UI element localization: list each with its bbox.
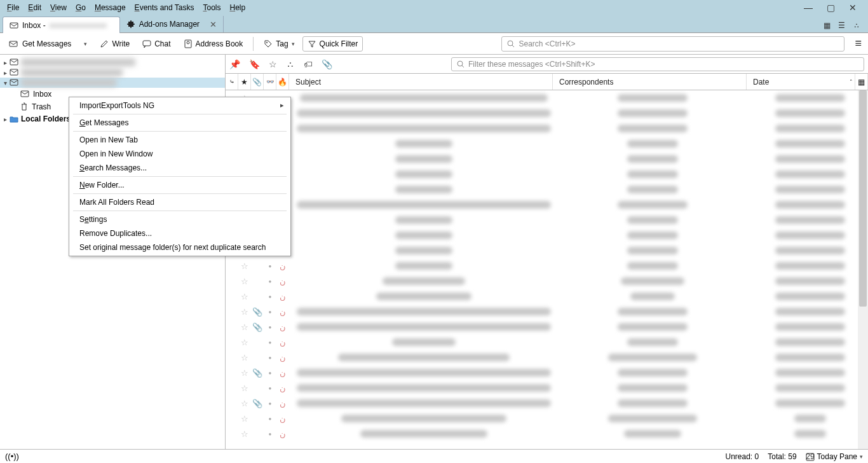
junk-icon: ن [276,338,289,347]
star-icon[interactable]: ☆ [238,261,251,271]
ctx-remove-duplicates[interactable]: Remove Duplicates... [71,226,289,240]
junk-icon: ن [276,292,289,301]
calendar-icon[interactable]: ▦ [824,21,831,30]
star-icon[interactable]: ☆ [238,429,251,439]
account-row-selected[interactable]: ▾ [0,78,225,88]
message-row[interactable]: ☆●ن [226,273,868,289]
star-icon[interactable]: ☆ [238,277,251,286]
message-scrollbar[interactable] [858,90,868,449]
quick-filter-button[interactable]: Quick Filter [302,36,363,52]
close-button[interactable]: ✕ [849,3,857,13]
ctx-open-new-tab[interactable]: Open in New Tab [71,133,289,147]
menu-tools[interactable]: Tools [198,1,225,14]
message-row[interactable]: ☆●ن [226,197,868,212]
menu-edit[interactable]: Edit [24,1,46,14]
tab-inbox[interactable]: Inbox - xxxxxxxxxxxxxxx [3,17,120,33]
ctx-new-folder[interactable]: New Folder... [71,178,289,192]
tag-button[interactable]: Tag ▾ [259,36,299,52]
scrollbar-thumb[interactable] [859,90,867,307]
message-filter-input[interactable]: Filter these messages <Ctrl+Shift+K> [451,57,864,71]
attachment-filter-icon[interactable]: 📎 [322,59,332,69]
star-icon[interactable]: ☆ [238,307,251,317]
svg-rect-2 [143,41,151,46]
col-junk[interactable]: 🔥 [276,74,289,90]
message-row[interactable]: ☆📎●ن [226,396,868,411]
star-icon[interactable]: ☆ [238,338,251,347]
message-row[interactable]: ☆●ن [226,106,868,121]
message-row[interactable]: ☆●ن [226,212,868,228]
message-list[interactable]: ☆●ن☆●ن☆●ن☆●ن☆●ن☆●ن☆●ن☆●ن☆●ن☆●ن☆●ن☆●ن☆●ن☆… [226,90,868,449]
star-icon[interactable]: ☆ [238,322,251,332]
today-pane-button[interactable]: 29 Today Pane ▾ [806,452,863,461]
col-correspondents[interactable]: Correspondents [553,74,747,90]
ctx-search-messages[interactable]: Search Messages... [71,161,289,175]
message-row[interactable]: ☆●ن [226,167,868,182]
col-date[interactable]: Date˄ [747,74,855,90]
get-messages-button[interactable]: Get Messages [4,36,76,52]
tab-addons[interactable]: Add-ons Manager ✕ [120,16,224,32]
menu-events-and-tasks[interactable]: Events and Tasks [130,1,199,14]
ctx-open-new-window[interactable]: Open in New Window [71,147,289,161]
message-row[interactable]: ☆●ن [226,289,868,304]
message-row[interactable]: ☆●ن [226,151,868,167]
star-icon[interactable]: ☆ [238,384,251,393]
menu-file[interactable]: File [3,1,24,14]
message-row[interactable]: ☆●ن [226,411,868,426]
chat-label: Chat [154,39,170,48]
message-row[interactable]: ☆📎●ن [226,319,868,335]
message-row[interactable]: ☆●ن [226,136,868,151]
menu-help[interactable]: Help [225,1,250,14]
menu-go[interactable]: Go [71,1,90,14]
message-row[interactable]: ☆📎●ن [226,304,868,319]
ctx-mark-all-read[interactable]: Mark All Folders Read [71,195,289,209]
message-row[interactable]: ☆●ن [226,182,868,197]
address-book-button[interactable]: Address Book [179,36,248,52]
message-row[interactable]: ☆●ن [226,335,868,350]
menu-message[interactable]: Message [90,1,130,14]
chat-button[interactable]: Chat [137,36,175,52]
message-row[interactable]: ☆●ن [226,426,868,441]
star-icon[interactable]: ☆ [238,292,251,301]
star-icon[interactable]: ☆ [238,414,251,424]
message-row[interactable]: ☆●ن [226,350,868,365]
message-row[interactable]: ☆●ن [226,228,868,243]
tag-filter-icon[interactable]: 🏷 [304,59,313,69]
bookmark-icon[interactable]: 🔖 [249,59,260,69]
message-row[interactable]: ☆●ن [226,380,868,396]
contact-filter-icon[interactable]: ⛬ [286,59,295,69]
message-row[interactable]: ☆●ن [226,90,868,106]
get-messages-dropdown[interactable]: ▾ [79,38,92,50]
ctx-get-messages[interactable]: Get Messages [71,116,289,130]
ctx-import-export[interactable]: ImportExportTools NG [71,99,289,113]
menu-view[interactable]: View [46,1,71,14]
app-menu-button[interactable]: ≡ [847,37,864,50]
ctx-set-original-folder[interactable]: Set original message folder(s) for next … [71,240,289,254]
col-read[interactable]: 👓 [264,74,276,90]
maximize-button[interactable]: ▢ [827,3,835,13]
col-star[interactable]: ★ [238,74,251,90]
write-button[interactable]: Write [95,36,135,52]
star-icon[interactable]: ☆ [238,399,251,408]
star-icon[interactable]: ☆ [269,59,277,69]
account-row[interactable]: ▸ [0,57,225,67]
message-row[interactable]: ☆●ن [226,258,868,273]
account-row[interactable]: ▸ [0,67,225,78]
star-icon[interactable]: ☆ [238,353,251,363]
message-row[interactable]: ☆●ن [226,121,868,136]
tasks-icon[interactable]: ☰ [838,21,845,30]
column-picker[interactable]: ▦ [855,74,868,90]
col-thread[interactable]: ⤷ [226,74,238,90]
ctx-settings[interactable]: Settings [71,212,289,226]
col-subject[interactable]: Subject [289,74,553,90]
col-attachment[interactable]: 📎 [251,74,264,90]
global-search-input[interactable]: Search <Ctrl+K> [501,36,844,52]
contacts-icon[interactable]: ⛬ [853,21,860,30]
minimize-button[interactable]: — [804,3,813,13]
message-row[interactable]: ☆📎●ن [226,365,868,380]
read-icon: ● [264,309,276,315]
pin-icon[interactable]: 📌 [229,59,240,69]
online-status-icon[interactable]: ((•)) [5,452,19,461]
star-icon[interactable]: ☆ [238,368,251,378]
tab-close-icon[interactable]: ✕ [210,20,217,29]
message-row[interactable]: ☆●ن [226,243,868,258]
